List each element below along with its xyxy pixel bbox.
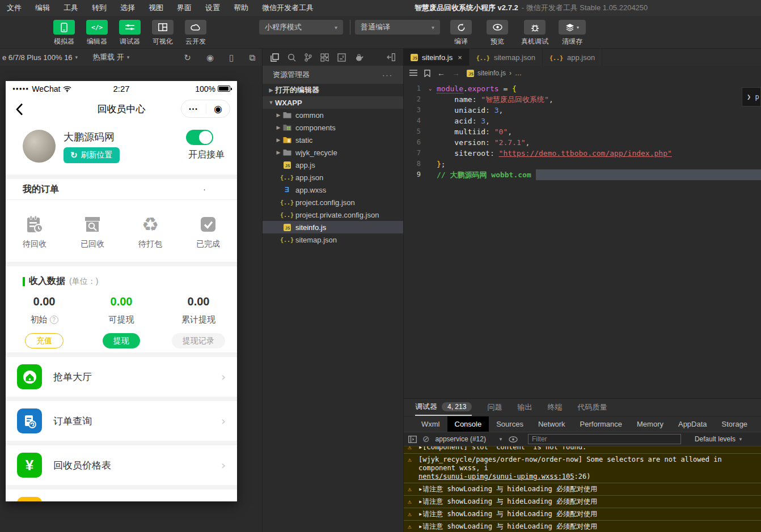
tab-sitemap.json[interactable]: {..}sitemap.json: [470, 49, 543, 66]
log-levels-select[interactable]: Default levels ▼: [695, 435, 743, 443]
menu-item-1[interactable]: 编辑: [35, 3, 50, 13]
menu-item-row-1[interactable]: 订单查询›: [6, 401, 237, 441]
console-warning-row[interactable]: ⚠▸请注意 showLoading 与 hideLoading 必须配对使用: [404, 496, 761, 508]
tree-item-wjyk_recycle[interactable]: ▶wjyk_recycle: [263, 146, 403, 159]
menu-item-6[interactable]: 界面: [177, 3, 192, 13]
bookmark-icon[interactable]: [424, 70, 430, 77]
console-warning-row[interactable]: ⚠▸请注意 showLoading 与 hideLoading 必须配对使用: [404, 521, 761, 532]
files-icon[interactable]: [270, 53, 279, 62]
action-button-refresh[interactable]: 编译: [445, 20, 477, 46]
device-select[interactable]: e 6/7/8 Plus 100% 16: [2, 53, 73, 62]
help-icon[interactable]: ?: [50, 316, 58, 324]
tree-item-components[interactable]: ▶components: [263, 121, 403, 134]
source-link[interactable]: nents/sunui-upimg/sunui-upimg.wxss:105: [418, 473, 574, 480]
tab-siteinfo.js[interactable]: JSsiteinfo.js×: [404, 49, 470, 66]
refresh-location-button[interactable]: ↻ 刷新位置: [64, 147, 120, 163]
debugger-tab-调试器[interactable]: 调试器4, 213: [415, 399, 472, 416]
compile-mode-select[interactable]: 普通编译 ▾: [355, 20, 440, 35]
devtools-tab-Performance[interactable]: Performance: [573, 416, 629, 432]
devtools-tab-Storage[interactable]: Storage: [715, 416, 755, 432]
order-tab-clip[interactable]: 待回收: [6, 200, 64, 262]
menu-item-2[interactable]: 工具: [64, 3, 78, 13]
tree-item-project.private.config.json[interactable]: {..}project.private.config.json: [263, 208, 403, 221]
menu-item-7[interactable]: 设置: [205, 3, 220, 13]
tree-item-common[interactable]: ▶common: [263, 109, 403, 121]
devtools-tab-Security[interactable]: Security: [755, 416, 761, 432]
toolbar-button-phone[interactable]: 模拟器: [48, 20, 81, 46]
menu-item-row-0[interactable]: 抢单大厅›: [6, 357, 237, 397]
devtools-tab-Network[interactable]: Network: [531, 416, 573, 432]
tree-item-static[interactable]: ▶static: [263, 134, 403, 146]
action-button-layers[interactable]: ▾清缓存: [556, 20, 589, 46]
record-icon[interactable]: ◉: [206, 53, 214, 62]
square-icon[interactable]: [337, 53, 346, 62]
restart-icon[interactable]: ↻: [184, 53, 191, 62]
toolbar-button-sliders[interactable]: 调试器: [113, 20, 146, 46]
console-output[interactable]: ⚠▸[Component] slot "content" is not foun…: [404, 446, 761, 532]
tree-item-project.config.json[interactable]: {..}project.config.json: [263, 196, 403, 208]
tree-item-siteinfo.js[interactable]: JSsiteinfo.js: [263, 221, 403, 233]
tab-app.json[interactable]: {..}app.json: [543, 49, 602, 66]
income-action-button[interactable]: 提现: [103, 333, 140, 348]
devtools-tab-Memory[interactable]: Memory: [629, 416, 671, 432]
filter-input[interactable]: [528, 434, 681, 444]
menu-item-4[interactable]: 选择: [120, 3, 135, 13]
back-history-icon[interactable]: ←: [437, 69, 445, 78]
collapse-icon[interactable]: [387, 53, 395, 61]
menu-item-5[interactable]: 视图: [149, 3, 163, 13]
outline-list-icon[interactable]: [409, 70, 417, 76]
income-action-button[interactable]: 充值: [25, 333, 64, 348]
console-warning-row[interactable]: ⚠▸请注意 showLoading 与 hideLoading 必须配对使用: [404, 508, 761, 521]
tree-item-sitemap.json[interactable]: {..}sitemap.json: [263, 233, 403, 246]
more-icon[interactable]: •••: [189, 106, 198, 112]
toolbar-button-cloud[interactable]: 云开发: [179, 20, 212, 46]
more-actions-icon[interactable]: ···: [382, 71, 393, 79]
context-select[interactable]: appservice (#12) ▼: [436, 435, 503, 443]
accept-orders-toggle[interactable]: [186, 130, 213, 145]
console-warning-row[interactable]: ⚠[wjyk_recycle/pages/order-now/order-now…: [404, 454, 761, 483]
debugger-tab-终端[interactable]: 终端: [547, 399, 562, 416]
action-button-bug[interactable]: 真机调试: [517, 20, 552, 46]
sidebar-toggle-icon[interactable]: [408, 436, 417, 443]
breadcrumb[interactable]: JS siteinfo.js › …: [467, 69, 522, 77]
debugger-tab-输出[interactable]: 输出: [517, 399, 532, 416]
menu-item-9[interactable]: 微信开发者工具: [262, 3, 314, 13]
order-tab-check[interactable]: 已完成: [179, 200, 237, 262]
devtools-tab-Console[interactable]: Console: [447, 416, 489, 432]
eye-icon[interactable]: [509, 436, 518, 442]
menu-item-8[interactable]: 帮助: [234, 3, 248, 13]
menu-item-row-2[interactable]: ¥回收员价格表›: [6, 445, 237, 485]
teapot-icon[interactable]: [354, 54, 363, 61]
toolbar-button-layout[interactable]: 可视化: [146, 20, 179, 46]
code-editor[interactable]: ❯ p 1⌄module.exports = {2 name: "智慧废品回收系…: [404, 80, 761, 398]
hot-reload-toggle[interactable]: 热重载 开: [92, 52, 124, 62]
devtools-tab-AppData[interactable]: AppData: [671, 416, 715, 432]
console-warning-row[interactable]: ⚠▸[Component] slot "content" is not foun…: [404, 446, 761, 454]
console-warning-row[interactable]: ⚠▸请注意 showLoading 与 hideLoading 必须配对使用: [404, 483, 761, 496]
menu-item-row-3[interactable]: 回收网点›: [6, 490, 237, 501]
tree-item-app.json[interactable]: {..}app.json: [263, 171, 403, 184]
menu-item-3[interactable]: 转到: [92, 3, 107, 13]
tree-item-app.wxss[interactable]: Ǝapp.wxss: [263, 184, 403, 196]
income-action-button[interactable]: 提现记录: [172, 333, 225, 348]
tree-item-app.js[interactable]: JSapp.js: [263, 159, 403, 171]
clear-console-icon[interactable]: ⊘: [422, 434, 430, 444]
close-target-icon[interactable]: ◉: [214, 104, 222, 114]
close-icon[interactable]: ×: [458, 53, 462, 62]
order-tab-recycle[interactable]: ♻待打包: [121, 200, 179, 262]
project-root[interactable]: ▼ WXAPP: [263, 96, 403, 109]
avatar[interactable]: [23, 130, 56, 163]
mode-select[interactable]: 小程序模式 ▾: [259, 20, 343, 35]
fold-icon[interactable]: ⌄: [429, 83, 437, 94]
peek-widget[interactable]: ❯ p: [742, 87, 761, 107]
order-tab-boxsearch[interactable]: 已回收: [64, 200, 121, 262]
branch-icon[interactable]: [305, 53, 312, 62]
multi-window-icon[interactable]: ⧉: [249, 53, 255, 62]
toolbar-button-code[interactable]: </>编辑器: [81, 20, 113, 46]
open-editors-section[interactable]: ▶ 打开的编辑器: [263, 84, 403, 96]
debugger-tab-问题[interactable]: 问题: [487, 399, 502, 416]
action-button-eye[interactable]: 预览: [481, 20, 514, 46]
devtools-tab-Sources[interactable]: Sources: [489, 416, 531, 432]
devtools-tab-Wxml[interactable]: Wxml: [414, 416, 447, 432]
device-frame-icon[interactable]: ▯: [229, 53, 234, 62]
